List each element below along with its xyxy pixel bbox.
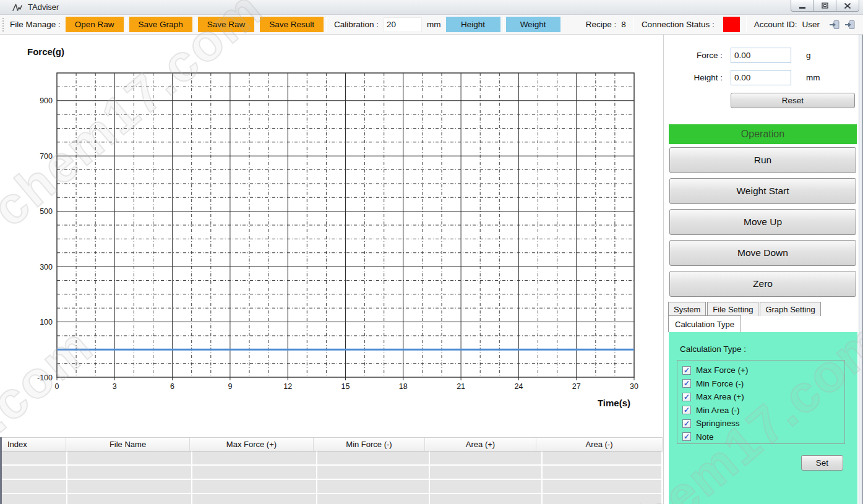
separator [746, 17, 747, 32]
logout-icon[interactable] [844, 20, 856, 30]
table-row [0, 494, 663, 504]
table-row [0, 451, 663, 464]
table-cell [67, 480, 191, 493]
calc-option-note[interactable]: ✓ Note [682, 430, 844, 444]
recipe-value: 8 [621, 20, 626, 29]
checkbox-checked-icon[interactable]: ✓ [682, 406, 691, 414]
separator [126, 17, 127, 32]
table-cell [0, 466, 66, 479]
run-button[interactable]: Run [669, 147, 856, 173]
save-result-button[interactable]: Save Result [260, 17, 324, 32]
set-button[interactable]: Set [801, 455, 843, 471]
checkbox-checked-icon[interactable]: ✓ [682, 432, 691, 441]
height-readout-input[interactable] [731, 70, 791, 85]
height-readout-label: Height : [664, 73, 723, 82]
svg-text:3: 3 [113, 382, 117, 391]
table-cell [430, 451, 541, 464]
table-cell [317, 466, 429, 479]
tab-graph-setting[interactable]: Graph Setting [760, 302, 820, 316]
col-header-max-force[interactable]: Max Force (+) [190, 438, 314, 451]
col-header-index[interactable]: Index [0, 438, 66, 451]
table-header-row: Index File Name Max Force (+) Min Force … [0, 437, 663, 451]
window-right-border [859, 35, 863, 504]
calc-option-min-area[interactable]: ✓ Min Area (-) [682, 404, 844, 417]
table-cell [430, 480, 541, 493]
open-raw-button[interactable]: Open Raw [66, 17, 124, 32]
minimize-button[interactable] [791, 0, 814, 12]
zero-button[interactable]: Zero [669, 271, 856, 297]
table-cell [0, 451, 66, 464]
table-cell [67, 451, 191, 464]
table-row [0, 466, 663, 479]
checkbox-checked-icon[interactable]: ✓ [682, 419, 691, 428]
calibration-label: Calibration : [334, 20, 379, 29]
calc-option-max-area[interactable]: ✓ Max Area (+) [682, 390, 844, 404]
table-cell [67, 466, 191, 479]
app-window: TAdviser File Manage : Open Raw Save Gra… [0, 0, 863, 504]
toolbar-grip[interactable] [2, 18, 5, 32]
table-cell [543, 451, 661, 464]
calc-option-min-force[interactable]: ✓ Min Force (-) [682, 377, 844, 391]
svg-text:27: 27 [572, 382, 581, 391]
x-axis-title: Time(s) [575, 398, 653, 408]
close-button[interactable] [836, 0, 859, 12]
svg-text:900: 900 [40, 96, 53, 105]
calc-option-max-force[interactable]: ✓ Max Force (+) [682, 364, 844, 377]
table-body [0, 451, 663, 504]
save-raw-button[interactable]: Save Raw [198, 17, 255, 32]
move-up-button[interactable]: Move Up [669, 209, 856, 235]
separator [503, 17, 504, 32]
file-manage-label: File Manage : [10, 20, 61, 29]
svg-text:300: 300 [40, 263, 53, 271]
svg-text:15: 15 [341, 382, 350, 391]
height-unit-label: mm [806, 73, 820, 82]
separator [326, 17, 327, 32]
window-title: TAdviser [28, 2, 59, 12]
window-controls [791, 0, 859, 12]
separator [195, 17, 195, 32]
save-graph-button[interactable]: Save Graph [129, 17, 192, 32]
tab-file-setting[interactable]: File Setting [707, 302, 758, 316]
table-row [0, 480, 663, 493]
tab-calculation-type[interactable]: Calculation Type [668, 315, 741, 332]
checkbox-checked-icon[interactable]: ✓ [682, 393, 691, 401]
settings-tab-strip: System File Setting Graph Setting [668, 302, 822, 316]
recipe-label: Recipe : [586, 20, 617, 29]
table-cell [317, 480, 429, 493]
account-id-value: User [802, 20, 820, 29]
maximize-icon [822, 2, 828, 9]
weight-mode-button[interactable]: Weight [506, 17, 560, 32]
calc-option-springiness[interactable]: ✓ Springiness [682, 417, 844, 430]
svg-text:-100: -100 [37, 374, 53, 382]
tab-system[interactable]: System [668, 302, 706, 316]
control-panel: Force : g Height : mm Reset Operation Ru… [663, 35, 859, 504]
table-cell [192, 451, 316, 464]
svg-text:18: 18 [399, 382, 408, 391]
calculation-type-panel: Calculation Type : ✓ Max Force (+) ✓ Min… [669, 332, 857, 504]
svg-text:24: 24 [514, 382, 523, 391]
login-icon[interactable] [829, 20, 840, 30]
svg-text:500: 500 [40, 207, 53, 216]
calibration-input[interactable] [384, 17, 422, 32]
col-header-area-plus[interactable]: Area (+) [425, 438, 536, 451]
checkbox-checked-icon[interactable]: ✓ [682, 366, 691, 375]
table-cell [543, 466, 661, 479]
col-header-min-force[interactable]: Min Force (-) [314, 438, 425, 451]
table-cell [543, 480, 661, 493]
checkbox-checked-icon[interactable]: ✓ [682, 379, 691, 388]
height-mode-button[interactable]: Height [446, 17, 500, 32]
reset-button[interactable]: Reset [731, 93, 855, 108]
table-cell [192, 480, 316, 493]
force-readout-input[interactable] [731, 48, 791, 63]
move-down-button[interactable]: Move Down [669, 240, 856, 266]
table-cell [0, 480, 66, 493]
maximize-button[interactable] [814, 0, 836, 12]
svg-text:21: 21 [457, 382, 465, 391]
main-toolbar: File Manage : Open Raw Save Graph Save R… [0, 15, 863, 35]
col-header-area-minus[interactable]: Area (-) [536, 438, 663, 451]
weight-start-button[interactable]: Weight Start [669, 178, 856, 204]
col-header-file-name[interactable]: File Name [66, 438, 190, 451]
table-cell [317, 451, 429, 464]
window-left-border [0, 437, 2, 504]
connection-status-label: Connection Status : [642, 20, 715, 29]
